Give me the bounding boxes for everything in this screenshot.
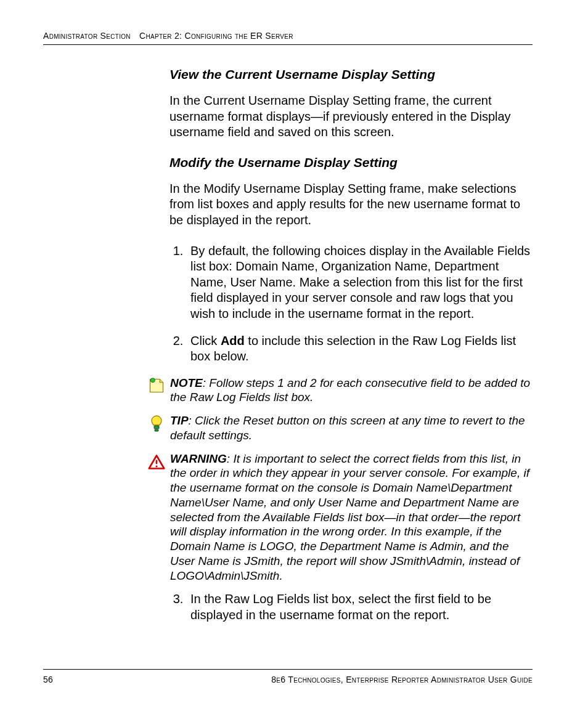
note-lead: NOTE <box>170 376 203 389</box>
tip-lead: TIP <box>170 414 189 427</box>
step-3: In the Raw Log Fields list box, select t… <box>187 591 533 623</box>
callout-warning: WARNING: It is important to select the c… <box>148 452 533 583</box>
svg-rect-2 <box>155 429 158 431</box>
svg-rect-1 <box>154 426 159 429</box>
warning-lead: WARNING <box>170 452 227 465</box>
running-header: Administrator Section Chapter 2: Configu… <box>43 31 533 45</box>
step-2-bold: Add <box>221 334 245 347</box>
svg-rect-3 <box>156 460 158 464</box>
step-1: By default, the following choices displa… <box>187 243 533 322</box>
warning-body: : It is important to select the correct … <box>170 452 529 582</box>
heading-view-setting: View the Current Username Display Settin… <box>169 67 533 82</box>
svg-point-4 <box>155 465 157 467</box>
page-footer: 56 8e6 Technologies, Enterprise Reporter… <box>43 669 533 684</box>
note-body: : Follow steps 1 and 2 for each consecut… <box>170 376 530 404</box>
tip-body: : Click the Reset button on this screen … <box>170 414 525 442</box>
header-chapter: Chapter 2: Configuring the ER Server <box>139 31 293 41</box>
callout-note: NOTE: Follow steps 1 and 2 for each cons… <box>148 376 533 405</box>
heading-modify-setting: Modify the Username Display Setting <box>169 155 533 170</box>
step-2: Click Add to include this selection in t… <box>187 333 533 365</box>
tip-icon <box>148 415 166 433</box>
tip-text: TIP: Click the Reset button on this scre… <box>170 413 533 443</box>
footer-line: 8e6 Technologies, Enterprise Reporter Ad… <box>271 675 533 684</box>
header-section: Administrator Section <box>43 31 131 41</box>
warning-text: WARNING: It is important to select the c… <box>170 452 533 583</box>
note-text: NOTE: Follow steps 1 and 2 for each cons… <box>170 376 533 405</box>
page-number: 56 <box>43 675 53 684</box>
svg-point-0 <box>150 378 155 382</box>
warning-icon <box>148 453 166 470</box>
para-modify-intro: In the Modify Username Display Setting f… <box>169 181 533 229</box>
callout-tip: TIP: Click the Reset button on this scre… <box>148 413 533 443</box>
note-icon <box>148 377 166 394</box>
para-view-setting: In the Current Username Display Setting … <box>169 93 533 140</box>
step-2-pre: Click <box>190 334 221 347</box>
